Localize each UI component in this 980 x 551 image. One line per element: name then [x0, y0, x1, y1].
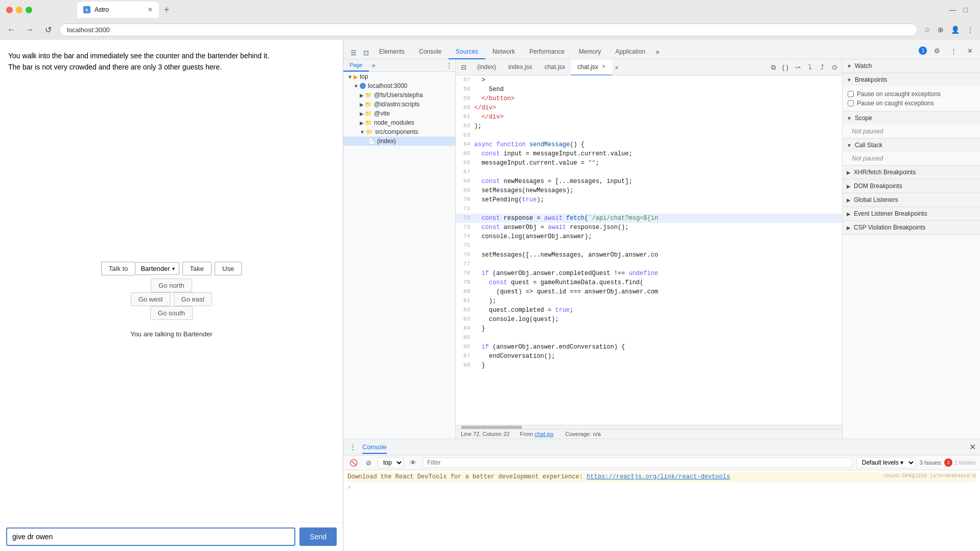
- eye-icon[interactable]: 👁: [408, 458, 418, 468]
- folder-icon: 📁: [366, 129, 373, 135]
- tab-sources[interactable]: Sources: [449, 45, 485, 59]
- devtools-dock-icon[interactable]: ⊡: [360, 47, 372, 59]
- send-button[interactable]: Send: [299, 527, 337, 546]
- tab-close-icon[interactable]: ✕: [148, 6, 153, 13]
- code-line: 68 const newMessages = [...messages, inp…: [456, 177, 842, 186]
- file-tree-page-tab[interactable]: Page: [343, 59, 369, 72]
- go-south-button[interactable]: Go south: [150, 306, 193, 320]
- tab-elements[interactable]: Elements: [372, 45, 412, 59]
- console-filter-input[interactable]: [423, 457, 852, 468]
- file-tree-more-tabs[interactable]: »: [369, 59, 379, 72]
- horizontal-scrollbar[interactable]: [456, 425, 842, 429]
- global-listeners-header[interactable]: ▶ Global Listeners: [843, 193, 980, 206]
- devtools-close-icon[interactable]: ✕: [964, 44, 976, 57]
- tab-memory[interactable]: Memory: [572, 45, 608, 59]
- call-stack-header[interactable]: ▼ Call Stack: [843, 139, 980, 152]
- context-selector[interactable]: top: [378, 457, 404, 468]
- line-code: const input = messageInput.current.value…: [474, 149, 842, 158]
- back-button[interactable]: ←: [4, 22, 18, 37]
- url-bar[interactable]: localhost:3000: [59, 24, 918, 36]
- code-content[interactable]: 57 > 58 Send 59 </button> 60: [456, 76, 842, 425]
- game-input[interactable]: [6, 527, 295, 546]
- event-listeners-header[interactable]: ▶ Event Listener Breakpoints: [843, 207, 980, 220]
- split-editor-icon[interactable]: ⧉: [767, 62, 779, 73]
- file-tree-menu-icon[interactable]: ⋮: [443, 59, 455, 72]
- level-selector[interactable]: Default levels ▾: [856, 457, 916, 468]
- tree-item-fs[interactable]: ▶ 📁 @fs/Users/stepha: [343, 90, 455, 100]
- console-devtools-link[interactable]: https://reactjs.org/link/react-devtools: [587, 473, 730, 480]
- editor-tab-index[interactable]: (index): [471, 59, 502, 76]
- pause-caught-checkbox[interactable]: [848, 100, 854, 106]
- take-button[interactable]: Take: [182, 262, 212, 276]
- xhr-header[interactable]: ▶ XHR/fetch Breakpoints: [843, 166, 980, 179]
- editor-tab-chat-jsx-1[interactable]: chat.jsx: [538, 59, 571, 76]
- go-west-button[interactable]: Go west: [131, 292, 171, 306]
- line-code: const quest = gameRuntimeData.quests.fin…: [474, 278, 842, 287]
- editor-tab-chat-jsx-active[interactable]: chat.jsx ✕: [571, 59, 612, 76]
- bookmark-icon[interactable]: ☆: [922, 24, 932, 36]
- reload-button[interactable]: ↺: [41, 22, 55, 37]
- deactivate-breakpoints-icon[interactable]: ⊙: [829, 62, 840, 73]
- minimize-window-button[interactable]: —: [947, 4, 959, 16]
- collapse-panel-icon[interactable]: ⊟: [458, 62, 469, 73]
- maximize-button[interactable]: [26, 7, 32, 13]
- tree-item-node-modules[interactable]: ▶ 📁 node_modules: [343, 118, 455, 127]
- talk-target-dropdown[interactable]: Bartender ▾: [135, 262, 179, 275]
- console-panel: ⋮ Console ✕ 🚫 ⊘ top 👁 Default levels ▾ 3…: [343, 439, 980, 551]
- watch-header[interactable]: ▼ Watch: [843, 59, 980, 73]
- line-number: 58: [456, 85, 474, 94]
- devtools-settings-icon[interactable]: ⚙: [931, 44, 943, 57]
- go-north-button[interactable]: Go north: [151, 279, 192, 292]
- tab-console[interactable]: Console: [412, 45, 449, 59]
- tab-performance[interactable]: Performance: [522, 45, 572, 59]
- console-menu-icon[interactable]: ⋮: [347, 442, 358, 452]
- format-icon[interactable]: { }: [780, 62, 791, 73]
- new-tab-button[interactable]: +: [160, 3, 174, 17]
- tree-item-vite[interactable]: ▶ 📁 @vite: [343, 109, 455, 118]
- clear-console-icon[interactable]: 🚫: [347, 458, 360, 468]
- step-over-icon[interactable]: ⤻: [792, 62, 803, 73]
- tree-item-src-components[interactable]: ▼ 📁 src/components: [343, 127, 455, 136]
- step-into-icon[interactable]: ⤵: [804, 62, 815, 73]
- scrollbar-thumb[interactable]: [461, 426, 522, 429]
- browser-tab[interactable]: A Astro ✕: [77, 2, 159, 18]
- tab-close-icon[interactable]: ✕: [601, 63, 606, 70]
- step-out-icon[interactable]: ⤴: [816, 62, 828, 73]
- title-bar: A Astro ✕ + — □: [0, 0, 980, 19]
- more-tabs-icon[interactable]: »: [652, 44, 663, 59]
- filter-icon[interactable]: ⊘: [364, 458, 374, 468]
- tree-item-top[interactable]: ▼ ▶ top: [343, 72, 455, 81]
- dom-header[interactable]: ▶ DOM Breakpoints: [843, 179, 980, 193]
- devtools-action-icons: 3 ⚙ ⋮ ✕: [919, 44, 976, 59]
- go-east-button[interactable]: Go east: [174, 292, 213, 306]
- forward-button[interactable]: →: [22, 22, 37, 37]
- extension-icon[interactable]: ⊕: [936, 24, 946, 36]
- pause-uncaught-checkbox[interactable]: [848, 91, 854, 97]
- tab-application[interactable]: Application: [608, 45, 652, 59]
- chevron-right-icon: ▶: [360, 93, 364, 98]
- profile-icon[interactable]: 👤: [949, 24, 962, 36]
- breakpoints-header[interactable]: ▼ Breakpoints: [843, 73, 980, 86]
- tab-network[interactable]: Network: [485, 45, 522, 59]
- code-line: 62 );: [456, 122, 842, 131]
- line-code: setPending(true);: [474, 195, 842, 204]
- console-prompt[interactable]: ›: [347, 482, 976, 493]
- more-editor-tabs-icon[interactable]: »: [612, 62, 622, 73]
- close-button[interactable]: [6, 7, 13, 13]
- use-button[interactable]: Use: [215, 262, 242, 276]
- source-file-link[interactable]: chat.jsx: [534, 431, 553, 437]
- talk-to-button[interactable]: Talk to: [101, 262, 135, 276]
- devtools-more-icon[interactable]: ⋮: [947, 44, 960, 57]
- csp-header[interactable]: ▶ CSP Violation Breakpoints: [843, 221, 980, 234]
- console-tab[interactable]: Console: [362, 441, 387, 454]
- minimize-button[interactable]: [16, 7, 22, 13]
- tree-item-index[interactable]: 📄 (index): [343, 136, 455, 146]
- console-close-button[interactable]: ✕: [969, 442, 976, 452]
- maximize-window-button[interactable]: □: [962, 4, 970, 16]
- menu-icon[interactable]: ⋮: [965, 24, 976, 36]
- tree-item-localhost[interactable]: ▼ localhost:3000: [343, 81, 455, 90]
- devtools-menu-icon[interactable]: ☰: [347, 47, 360, 59]
- scope-header[interactable]: ▼ Scope: [843, 111, 980, 125]
- tree-item-astro[interactable]: ▶ 📁 @id/astro:scripts: [343, 100, 455, 109]
- editor-tab-index-jsx[interactable]: index.jsx: [502, 59, 539, 76]
